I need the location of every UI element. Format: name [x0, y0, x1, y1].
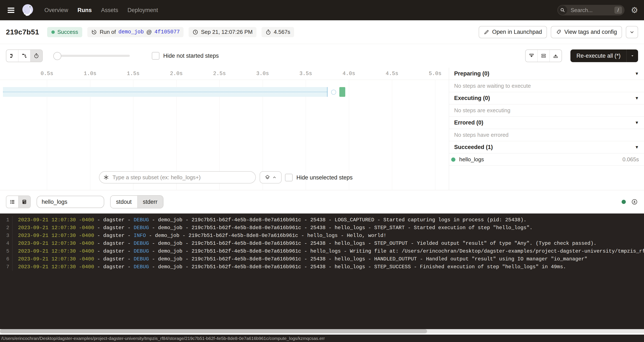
hide-unselected-checkbox[interactable] — [285, 174, 292, 181]
log-line: 62023-09-21 12:07:30 -0400 - dagster - D… — [0, 255, 644, 263]
open-in-launchpad-label: Open in Launchpad — [492, 29, 542, 35]
panel-position-bottom-button[interactable] — [526, 50, 538, 62]
gantt-mode-flat-button[interactable] — [6, 50, 18, 62]
step-status-panel: Preparing (0)▼No steps are waiting to ex… — [449, 68, 644, 190]
log-timestamp: 2023-09-21 12:07:30 -0400 — [18, 256, 94, 262]
gantt-waiting-band — [3, 87, 328, 97]
zoom-slider[interactable] — [54, 55, 130, 57]
log-view-structured-button[interactable] — [6, 196, 18, 208]
gantt-waterfall-icon — [22, 53, 27, 58]
nav-item-deployment[interactable]: Deployment — [128, 7, 158, 14]
log-timestamp: 2023-09-21 12:07:30 -0400 — [18, 233, 94, 238]
tag-icon — [556, 30, 561, 35]
gantt-chart: 0.5s1.0s1.5s2.0s2.5s3.0s3.5s4.0s4.5s5.0s — [0, 68, 449, 190]
history-icon — [91, 29, 97, 35]
chevron-up-icon — [272, 175, 276, 180]
log-level: DEBUG — [134, 225, 149, 230]
search-shortcut-badge: / — [614, 6, 622, 14]
document-icon — [22, 199, 27, 204]
axis-tick-5.0s: 5.0s — [429, 70, 442, 77]
step-duration: 0.065s — [622, 156, 639, 163]
gantt-mode-group — [6, 50, 43, 62]
log-line: 72023-09-21 12:07:30 -0400 - dagster - D… — [0, 263, 644, 271]
panel-position-group — [525, 50, 562, 62]
hide-not-started-checkbox[interactable] — [152, 52, 160, 60]
step-filter-row: Hide unselected steps — [0, 171, 449, 184]
reexecute-all-button[interactable]: Re-execute all (*) — [570, 50, 626, 62]
log-toolbar: stdoutstderr — [0, 190, 644, 214]
collapse-caret-icon[interactable]: ▼ — [635, 145, 639, 150]
nav-item-assets[interactable]: Assets — [101, 7, 118, 14]
gantt-time-axis: 0.5s1.0s1.5s2.0s2.5s3.0s3.5s4.0s4.5s5.0s — [0, 68, 449, 80]
log-line: 12023-09-21 12:07:30 -0400 - dagster - D… — [0, 216, 644, 224]
status-label: Success — [57, 29, 78, 35]
dagster-logo-icon[interactable] — [22, 4, 34, 16]
gantt-step-bar-hello-logs[interactable] — [339, 87, 345, 97]
step-selector-button[interactable] — [260, 171, 282, 184]
panel-step-row[interactable]: hello_logs0.065s — [449, 154, 644, 166]
log-step-filter-input[interactable] — [36, 196, 104, 208]
horizontal-scrollbar-thumb[interactable] — [0, 329, 427, 333]
run-actions-chevron-button[interactable] — [626, 26, 638, 38]
clock-icon — [192, 29, 198, 35]
axis-tick-2.0s: 2.0s — [170, 70, 183, 77]
collapse-caret-icon[interactable]: ▼ — [635, 96, 639, 100]
gantt-mode-waterfall-button[interactable] — [18, 50, 30, 62]
nav-item-overview[interactable]: Overview — [44, 7, 68, 14]
log-level: DEBUG — [134, 248, 149, 254]
log-view-mode-group — [6, 196, 31, 208]
snapshot-link[interactable]: 4f105077 — [154, 29, 180, 35]
view-tags-config-label: View tags and config — [564, 29, 617, 35]
view-tags-config-button[interactable]: View tags and config — [551, 26, 622, 38]
collapse-caret-icon[interactable]: ▼ — [635, 120, 639, 125]
panel-empty-text: No steps are executing — [454, 107, 510, 114]
search-input[interactable]: Search... / — [557, 5, 624, 16]
menu-button[interactable] — [6, 6, 16, 14]
axis-tick-3.0s: 3.0s — [256, 70, 269, 77]
open-in-launchpad-button[interactable]: Open in Launchpad — [479, 26, 547, 38]
gantt-waiting-dotted-line — [3, 92, 327, 92]
log-line-text: 2023-09-21 12:07:30 -0400 - dagster - DE… — [18, 256, 587, 262]
gear-icon[interactable]: ⚙ — [631, 6, 638, 14]
hide-not-started-checkbox-row[interactable]: Hide not started steps — [152, 52, 219, 60]
gantt-flat-icon — [10, 53, 15, 58]
download-icon — [631, 199, 638, 205]
log-stream-tabs: stdoutstderr — [110, 195, 164, 208]
download-log-button[interactable] — [631, 199, 638, 205]
collapse-caret-icon[interactable]: ▼ — [635, 71, 639, 76]
zoom-slider-knob[interactable] — [53, 52, 61, 60]
panel-split-icon — [541, 53, 546, 58]
log-line-text: 2023-09-21 12:07:30 -0400 - dagster - DE… — [18, 264, 566, 270]
gantt-mode-duration-button[interactable] — [30, 50, 42, 62]
gantt-toolbar: Hide not started steps Re-execute all (*… — [0, 44, 644, 68]
stopwatch-icon — [265, 29, 271, 35]
axis-tick-4.5s: 4.5s — [386, 70, 398, 77]
search-placeholder: Search... — [571, 7, 614, 14]
run-of-prefix: Run of — [100, 29, 116, 35]
duration-value: 4.567s — [274, 29, 290, 35]
panel-section-header: Errored (0)▼ — [449, 117, 644, 129]
job-link[interactable]: demo_job — [118, 29, 144, 35]
panel-position-top-button[interactable] — [550, 50, 562, 62]
log-level: DEBUG — [134, 217, 149, 223]
step-success-dot-icon — [451, 158, 456, 162]
log-timestamp: 2023-09-21 12:07:30 -0400 — [18, 248, 94, 254]
axis-tick-2.5s: 2.5s — [213, 70, 226, 77]
status-badge: Success — [47, 27, 82, 37]
panel-section-title: Executing (0) — [454, 95, 635, 102]
reexecute-dropdown-button[interactable] — [627, 50, 638, 62]
log-level: INFO — [134, 233, 146, 238]
panel-position-split-button[interactable] — [538, 50, 550, 62]
list-icon — [10, 199, 15, 204]
hide-unselected-label: Hide unselected steps — [296, 174, 353, 181]
hide-unselected-checkbox-row[interactable]: Hide unselected steps — [285, 174, 353, 181]
nav-item-runs[interactable]: Runs — [78, 7, 92, 14]
log-view-raw-button[interactable] — [18, 196, 30, 208]
log-tab-stderr[interactable]: stderr — [137, 196, 163, 208]
log-path-bar: /Users/erincochran/Desktop/dagster-examp… — [0, 334, 644, 342]
step-subset-inputbox[interactable] — [99, 171, 256, 184]
step-subset-input[interactable] — [112, 174, 253, 181]
log-timestamp: 2023-09-21 12:07:30 -0400 — [18, 264, 94, 270]
log-tab-stdout[interactable]: stdout — [110, 196, 137, 208]
search-icon — [558, 6, 567, 15]
